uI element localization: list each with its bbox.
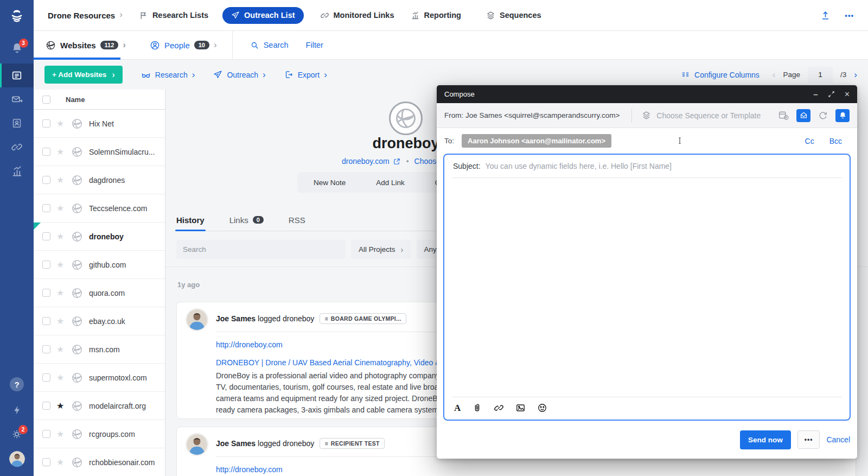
from-address[interactable]: From: Joe Sames <squirrel@scamperandscur… (444, 111, 620, 119)
table-row[interactable]: ★Teccselence.com (34, 194, 165, 223)
row-checkbox[interactable] (42, 458, 50, 466)
star-icon[interactable]: ★ (56, 429, 65, 439)
sidebar-item-whats-new[interactable] (0, 398, 34, 422)
sidebar-item-links[interactable] (0, 135, 34, 159)
website-name[interactable]: msn.com (89, 345, 120, 354)
recipient-chip[interactable]: Aaron Johnson <aaron@mailinator.com> (462, 134, 611, 148)
choose-sequence-dropdown[interactable]: Choose Sequence or Template (642, 111, 761, 120)
tab-people[interactable]: People 10 › (138, 31, 229, 59)
cc-button[interactable]: Cc (805, 137, 814, 145)
sidebar-item-account[interactable] (0, 447, 34, 471)
minimize-icon[interactable]: – (813, 90, 818, 99)
row-checkbox[interactable] (42, 261, 50, 269)
table-row[interactable]: ★github.com (34, 251, 165, 279)
star-icon[interactable]: ★ (56, 316, 65, 326)
logged-url-link[interactable]: http://droneboy.com (216, 465, 846, 474)
chevron-right-icon[interactable]: › (119, 9, 123, 20)
row-checkbox[interactable] (42, 119, 50, 128)
website-name[interactable]: Teccselence.com (89, 204, 147, 213)
star-icon[interactable]: ★ (56, 344, 65, 354)
website-name[interactable]: SolemnSimulacru... (89, 148, 155, 156)
emoji-icon[interactable] (537, 403, 547, 413)
send-options-button[interactable]: ••• (797, 430, 820, 449)
attachment-icon[interactable] (472, 403, 482, 413)
sidebar-item-help[interactable]: ? (0, 372, 34, 396)
row-checkbox[interactable] (42, 176, 50, 184)
sidebar-item-reports[interactable] (0, 159, 34, 183)
website-name[interactable]: rchobbiesonair.com (89, 458, 155, 467)
upload-icon[interactable] (820, 10, 831, 21)
history-search-input[interactable] (176, 240, 346, 259)
message-body-input[interactable] (444, 178, 850, 397)
more-options-icon[interactable]: ••• (845, 11, 854, 20)
to-row[interactable]: To: Aaron Johnson <aaron@mailinator.com>… (437, 128, 857, 154)
row-checkbox[interactable] (42, 373, 50, 382)
table-row[interactable]: ★modelaircraft.org (34, 392, 165, 420)
row-checkbox[interactable] (42, 402, 50, 410)
research-menu[interactable]: Research› (141, 69, 195, 80)
nav-sequences[interactable]: Sequences (486, 11, 541, 20)
row-checkbox[interactable] (42, 317, 50, 325)
website-name[interactable]: github.com (89, 261, 126, 269)
website-name[interactable]: quora.com (89, 289, 125, 297)
bcc-button[interactable]: Bcc (829, 137, 842, 145)
schedule-icon[interactable] (778, 110, 789, 121)
row-checkbox[interactable] (42, 148, 50, 156)
row-checkbox[interactable] (42, 232, 50, 240)
filter-button[interactable]: Filter (306, 41, 323, 49)
table-row[interactable]: ★rchobbiesonair.com (34, 448, 165, 476)
email-tracking-icon[interactable] (796, 109, 810, 122)
project-badge[interactable]: ≡RECIPIENT TEST (320, 438, 384, 449)
row-checkbox[interactable] (42, 430, 50, 438)
add-link-button[interactable]: Add Link (376, 179, 405, 187)
close-icon[interactable]: × (845, 90, 850, 99)
row-checkbox[interactable] (42, 204, 50, 212)
insert-link-icon[interactable] (494, 403, 504, 413)
project-badge[interactable]: ≡BOARD GAME OLYMPI... (320, 313, 406, 324)
all-projects-filter[interactable]: All Projects› (351, 240, 411, 259)
search-button[interactable]: Search (250, 41, 289, 50)
sidebar-item-notifications[interactable]: 3 (0, 36, 34, 60)
star-icon[interactable]: ★ (56, 259, 65, 270)
nav-research-lists[interactable]: Research Lists (139, 11, 208, 20)
table-row[interactable]: ★Hix Net (34, 110, 165, 138)
nav-monitored-links[interactable]: Monitored Links (320, 11, 394, 20)
configure-columns-button[interactable]: Configure Columns (681, 70, 760, 79)
nav-reporting[interactable]: Reporting (411, 11, 461, 20)
star-icon[interactable]: ★ (56, 457, 65, 467)
insert-image-icon[interactable] (515, 403, 526, 413)
follow-up-icon[interactable] (818, 110, 828, 121)
star-icon[interactable]: ★ (56, 175, 65, 185)
tab-rss[interactable]: RSS (289, 214, 305, 231)
star-icon[interactable]: ★ (56, 147, 65, 157)
row-checkbox[interactable] (42, 289, 50, 297)
star-icon-filled[interactable]: ★ (56, 401, 65, 411)
buzzstream-logo-icon[interactable] (0, 4, 34, 26)
star-icon[interactable]: ★ (56, 288, 65, 298)
outreach-menu[interactable]: Outreach› (213, 69, 265, 80)
notification-bell-icon[interactable] (835, 109, 850, 122)
table-row[interactable]: ★msn.com (34, 335, 165, 364)
select-all-checkbox[interactable] (42, 96, 50, 104)
page-number-input[interactable] (808, 67, 833, 83)
new-note-button[interactable]: New Note (314, 179, 346, 187)
sidebar-item-lists[interactable] (0, 64, 34, 87)
website-name[interactable]: ebay.co.uk (89, 317, 125, 326)
star-icon[interactable]: ★ (56, 372, 65, 383)
nav-outreach-list[interactable]: Outreach List (222, 7, 303, 24)
add-websites-button[interactable]: + Add Websites› (44, 66, 123, 84)
table-row[interactable]: ★quora.com (34, 279, 165, 307)
website-name[interactable]: Hix Net (89, 119, 114, 128)
project-switcher[interactable]: Drone Resources (48, 11, 115, 20)
table-row-selected[interactable]: ★droneboy (34, 223, 165, 251)
website-name[interactable]: dagdrones (89, 176, 125, 185)
table-row[interactable]: ★rcgroups.com (34, 420, 165, 448)
format-text-icon[interactable]: A (454, 403, 461, 412)
tab-websites[interactable]: Websites 112 › (34, 31, 138, 59)
row-checkbox[interactable] (42, 345, 50, 353)
website-name[interactable]: modelaircraft.org (89, 402, 146, 410)
expand-icon[interactable] (828, 91, 835, 98)
export-menu[interactable]: Export› (284, 69, 327, 80)
table-row[interactable]: ★ebay.co.uk (34, 307, 165, 335)
subject-row[interactable]: Subject: You can use dynamic fields here… (444, 155, 850, 177)
